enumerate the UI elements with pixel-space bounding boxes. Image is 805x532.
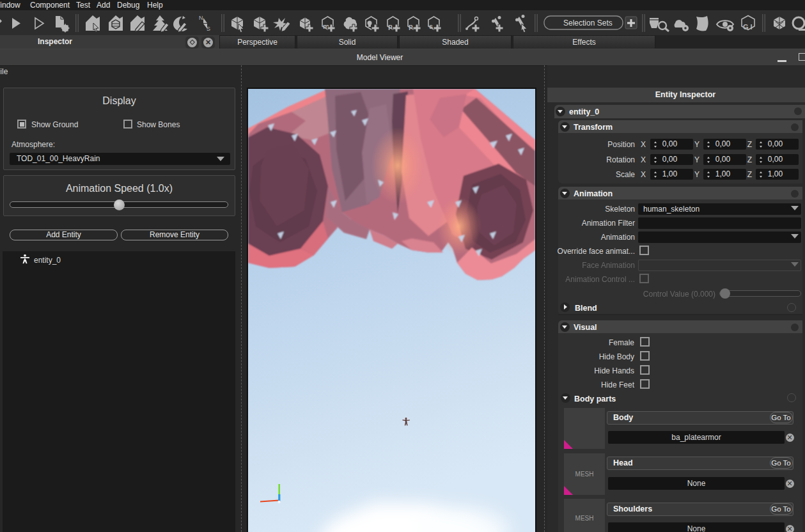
- svg-text:S: S: [207, 26, 210, 32]
- svg-text:p: p: [388, 22, 393, 30]
- svg-text:N: N: [199, 15, 203, 21]
- svg-text:Selection Sets: Selection Sets: [563, 19, 613, 27]
- svg-text:G I: G I: [743, 23, 753, 31]
- svg-text:p: p: [409, 22, 413, 30]
- svg-text:s: s: [429, 22, 433, 30]
